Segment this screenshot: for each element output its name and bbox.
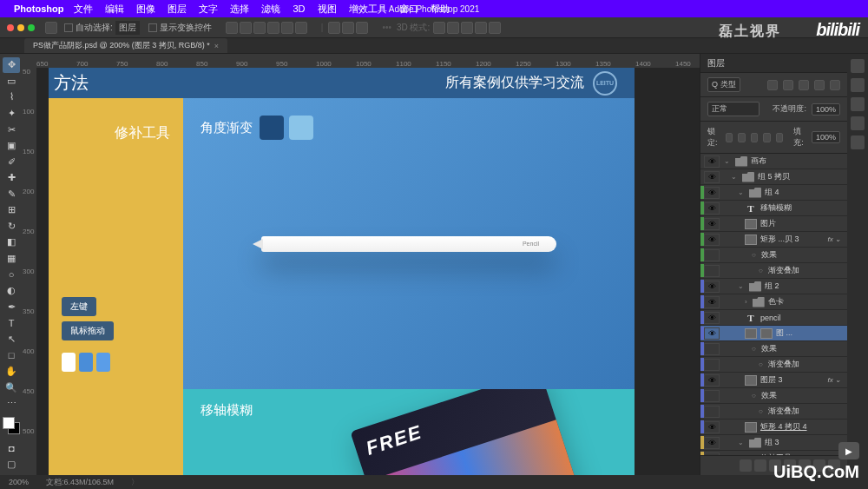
- visibility-toggle[interactable]: 👁: [704, 281, 720, 293]
- checkbox-icon[interactable]: [148, 23, 157, 32]
- layer-row[interactable]: ○渐变叠加: [700, 357, 847, 373]
- layer-name[interactable]: 渐变叠加: [768, 265, 799, 276]
- visibility-toggle[interactable]: [704, 390, 720, 402]
- hand-tool[interactable]: ✋: [3, 364, 20, 380]
- move-tool[interactable]: ✥: [3, 57, 20, 73]
- eraser-tool[interactable]: ◧: [3, 235, 20, 250]
- expand-icon[interactable]: ›: [745, 298, 747, 306]
- layer-name[interactable]: 组 2: [765, 281, 779, 292]
- expand-icon[interactable]: ○: [759, 407, 763, 415]
- layer-name[interactable]: 图层 3: [760, 374, 783, 386]
- distribute-icon[interactable]: [356, 22, 368, 34]
- show-transform-option[interactable]: 显示变换控件: [148, 22, 212, 34]
- menu-image[interactable]: 图像: [136, 3, 155, 16]
- fx-icon[interactable]: [754, 459, 766, 472]
- visibility-toggle[interactable]: 👁: [704, 327, 720, 340]
- foreground-color[interactable]: [3, 417, 15, 429]
- lock-icon[interactable]: [763, 133, 770, 142]
- layer-name[interactable]: 效果: [761, 390, 777, 401]
- layer-row[interactable]: 👁矩形 ...贝 3fx ⌄: [700, 232, 847, 248]
- menu-filter[interactable]: 滤镜: [261, 3, 280, 16]
- filter-icon[interactable]: [814, 80, 825, 90]
- expand-icon[interactable]: ○: [759, 267, 763, 274]
- document-tab[interactable]: PS做产品阴影.psd @ 200% (图层 3 拷贝, RGB/8) * ×: [24, 38, 227, 53]
- layer-filter[interactable]: Q 类型: [707, 77, 740, 92]
- edit-toolbar[interactable]: ⋯: [3, 396, 20, 412]
- layer-row[interactable]: 👁图层 3fx ⌄: [700, 373, 847, 388]
- panel-icon[interactable]: [851, 97, 865, 111]
- zoom-tool[interactable]: 🔍: [3, 380, 20, 395]
- expand-icon[interactable]: ⌄: [738, 439, 744, 446]
- move-tool-icon[interactable]: [45, 22, 57, 34]
- expand-icon[interactable]: ⌄: [731, 173, 737, 181]
- visibility-toggle[interactable]: [704, 406, 720, 418]
- layer-name[interactable]: 图 ...: [776, 327, 792, 339]
- visibility-toggle[interactable]: 👁: [704, 296, 720, 308]
- layer-row[interactable]: 👁矩形 4 拷贝 4: [700, 420, 847, 435]
- 3d-icon[interactable]: [489, 22, 501, 34]
- eyedropper-tool[interactable]: ✐: [3, 154, 20, 169]
- shape-tool[interactable]: □: [3, 347, 20, 363]
- align-icon[interactable]: [240, 22, 252, 34]
- layer-row[interactable]: ○渐变叠加: [700, 404, 847, 420]
- panel-icon[interactable]: [851, 59, 865, 73]
- expand-icon[interactable]: ○: [759, 360, 763, 368]
- horizontal-ruler[interactable]: 6507007508008509009501000105011001150120…: [23, 54, 700, 68]
- filter-icon[interactable]: [799, 80, 809, 90]
- visibility-toggle[interactable]: 👁: [704, 187, 720, 199]
- layer-name[interactable]: pencil: [760, 314, 781, 322]
- stamp-tool[interactable]: ⊞: [3, 202, 20, 218]
- path-tool[interactable]: ↖: [3, 332, 20, 347]
- visibility-toggle[interactable]: 👁: [704, 171, 720, 183]
- layer-row[interactable]: 👁Tpencil: [700, 310, 847, 326]
- filter-icon[interactable]: [830, 80, 840, 90]
- link-icon[interactable]: [740, 459, 752, 472]
- panel-icon[interactable]: [851, 135, 865, 149]
- layer-name[interactable]: 渐变叠加: [768, 359, 799, 370]
- layer-name[interactable]: 组 4: [765, 187, 779, 198]
- layer-name[interactable]: 图片: [760, 218, 776, 229]
- align-icon[interactable]: [267, 22, 279, 34]
- menu-plugins[interactable]: 增效工具: [349, 3, 387, 16]
- layer-row[interactable]: ○效果: [700, 388, 847, 404]
- gradient-tool[interactable]: ▦: [3, 251, 20, 267]
- lock-icon[interactable]: [726, 133, 733, 142]
- screenmode-tool[interactable]: ▢: [3, 456, 20, 472]
- visibility-toggle[interactable]: 👁: [704, 218, 720, 230]
- close-tab-icon[interactable]: ×: [214, 42, 219, 50]
- layer-name[interactable]: 组 5 拷贝: [758, 171, 790, 182]
- expand-icon[interactable]: ○: [752, 251, 756, 259]
- filter-icon[interactable]: [783, 80, 793, 90]
- layers-panel-header[interactable]: 图层: [700, 54, 847, 73]
- visibility-toggle[interactable]: [704, 359, 720, 371]
- align-icon[interactable]: [253, 22, 266, 34]
- visibility-toggle[interactable]: 👁: [704, 312, 720, 324]
- color-swatches[interactable]: [3, 417, 20, 434]
- layer-name[interactable]: 画布: [751, 155, 766, 167]
- layer-row[interactable]: 👁T移轴模糊: [700, 201, 847, 216]
- opacity-value[interactable]: 100%: [812, 103, 840, 116]
- align-icon[interactable]: [295, 22, 307, 34]
- visibility-toggle[interactable]: 👁: [704, 421, 720, 433]
- 3d-icon[interactable]: [475, 22, 487, 34]
- play-button-icon[interactable]: ▶: [838, 442, 859, 459]
- canvas[interactable]: 方法 所有案例仅供学习交流 LEITU 修补工具 左键 鼠标拖动: [49, 68, 700, 475]
- layer-row[interactable]: 👁⌄组 3: [700, 435, 847, 451]
- layer-row[interactable]: 👁⌄组 2: [700, 279, 847, 294]
- layer-name[interactable]: 效果: [761, 249, 777, 261]
- layer-name[interactable]: 色卡: [768, 296, 784, 307]
- align-icon[interactable]: [281, 22, 293, 34]
- layer-name[interactable]: 矩形 4 拷贝 4: [760, 421, 807, 433]
- visibility-toggle[interactable]: 👁: [704, 155, 720, 168]
- vertical-ruler[interactable]: 50100150200250300350400450500: [23, 68, 36, 475]
- expand-icon[interactable]: ○: [752, 345, 756, 353]
- blend-mode[interactable]: 正常: [707, 102, 760, 116]
- auto-select-option[interactable]: 自动选择: 图层: [64, 21, 140, 35]
- layer-row[interactable]: 👁图片: [700, 216, 847, 232]
- menu-select[interactable]: 选择: [230, 3, 249, 16]
- visibility-toggle[interactable]: 👁: [704, 234, 720, 246]
- menu-3d[interactable]: 3D: [293, 3, 305, 14]
- menu-edit[interactable]: 编辑: [105, 3, 124, 16]
- visibility-toggle[interactable]: 👁: [704, 202, 720, 215]
- panel-icon[interactable]: [851, 116, 865, 130]
